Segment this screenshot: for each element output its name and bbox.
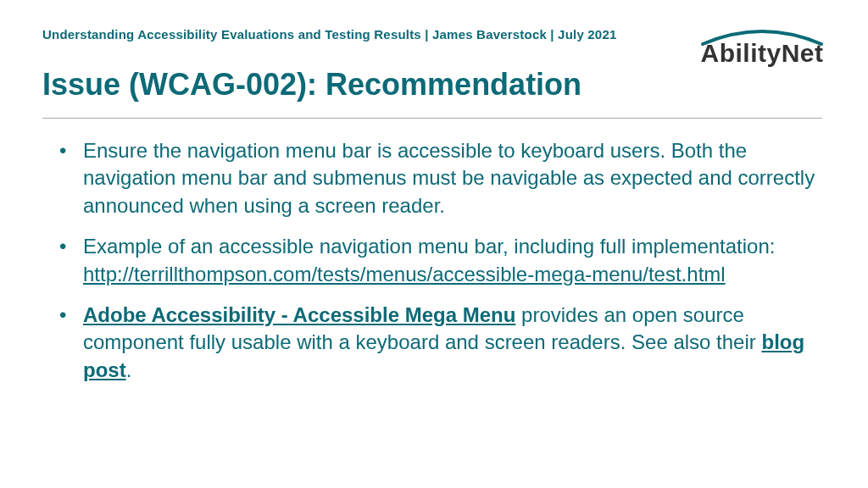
adobe-accessibility-link[interactable]: Adobe Accessibility - Accessible Mega Me… (83, 303, 515, 326)
bullet-list: Ensure the navigation menu bar is access… (42, 137, 822, 384)
list-item: Ensure the navigation menu bar is access… (42, 137, 822, 219)
divider (42, 118, 822, 119)
bullet-text: . (126, 358, 132, 381)
slide: Understanding Accessibility Evaluations … (0, 0, 868, 488)
breadcrumb: Understanding Accessibility Evaluations … (42, 24, 616, 42)
page-title: Issue (WCAG-002): Recommendation (42, 67, 826, 103)
list-item: Adobe Accessibility - Accessible Mega Me… (42, 302, 822, 384)
bullet-text: Example of an accessible navigation menu… (83, 235, 775, 258)
abilitynet-logo: AbilityNet (698, 25, 826, 66)
bullet-text: Ensure the navigation menu bar is access… (83, 139, 815, 217)
logo-text: AbilityNet (698, 41, 826, 66)
list-item: Example of an accessible navigation menu… (42, 233, 822, 288)
example-link[interactable]: http://terrillthompson.com/tests/menus/a… (83, 263, 726, 286)
